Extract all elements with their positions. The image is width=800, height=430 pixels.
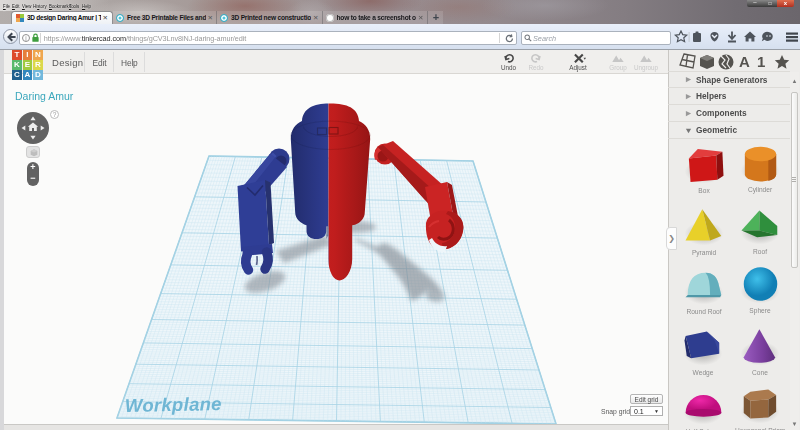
- svg-text:A: A: [739, 53, 750, 70]
- svg-text:Workplane: Workplane: [125, 393, 222, 416]
- svg-text:1: 1: [757, 53, 765, 70]
